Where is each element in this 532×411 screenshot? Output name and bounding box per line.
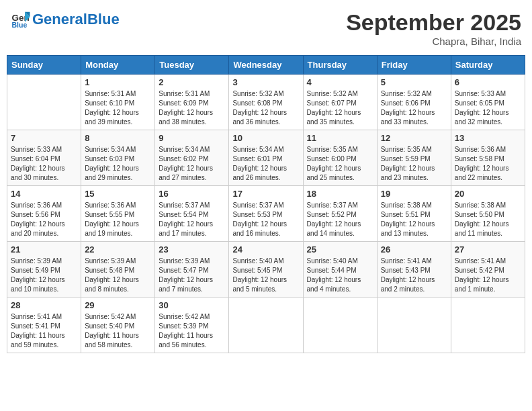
- day-number: 25: [307, 244, 373, 255]
- day-number: 27: [455, 244, 521, 255]
- calendar-cell: 8Sunrise: 5:34 AM Sunset: 6:03 PM Daylig…: [81, 130, 155, 186]
- calendar-cell: 27Sunrise: 5:41 AM Sunset: 5:42 PM Dayli…: [451, 242, 525, 298]
- cell-daylight-info: Sunrise: 5:37 AM Sunset: 5:53 PM Dayligh…: [232, 201, 299, 238]
- calendar-week-row: 14Sunrise: 5:36 AM Sunset: 5:56 PM Dayli…: [7, 186, 525, 242]
- calendar-cell: [7, 75, 81, 130]
- cell-daylight-info: Sunrise: 5:41 AM Sunset: 5:41 PM Dayligh…: [11, 312, 77, 350]
- cell-daylight-info: Sunrise: 5:39 AM Sunset: 5:47 PM Dayligh…: [159, 257, 225, 294]
- calendar-week-row: 1Sunrise: 5:31 AM Sunset: 6:10 PM Daylig…: [7, 75, 525, 130]
- calendar-cell: 12Sunrise: 5:35 AM Sunset: 5:59 PM Dayli…: [377, 130, 451, 186]
- day-number: 2: [159, 77, 225, 87]
- month-title: September 2025: [346, 9, 521, 36]
- cell-daylight-info: Sunrise: 5:35 AM Sunset: 5:59 PM Dayligh…: [381, 145, 447, 183]
- calendar-cell: [377, 298, 451, 353]
- svg-text:Blue: Blue: [12, 21, 28, 29]
- location-subtitle: Chapra, Bihar, India: [346, 36, 521, 47]
- calendar-cell: 22Sunrise: 5:39 AM Sunset: 5:48 PM Dayli…: [81, 242, 155, 298]
- day-number: 4: [307, 77, 373, 87]
- day-number: 5: [381, 77, 447, 87]
- cell-daylight-info: Sunrise: 5:36 AM Sunset: 5:58 PM Dayligh…: [455, 145, 521, 183]
- day-number: 6: [455, 77, 521, 87]
- day-number: 17: [232, 189, 299, 199]
- cell-daylight-info: Sunrise: 5:37 AM Sunset: 5:52 PM Dayligh…: [307, 201, 373, 238]
- calendar-cell: 4Sunrise: 5:32 AM Sunset: 6:07 PM Daylig…: [303, 75, 377, 130]
- calendar-cell: 17Sunrise: 5:37 AM Sunset: 5:53 PM Dayli…: [229, 186, 303, 242]
- cell-daylight-info: Sunrise: 5:31 AM Sunset: 6:10 PM Dayligh…: [85, 89, 151, 127]
- calendar-week-row: 21Sunrise: 5:39 AM Sunset: 5:49 PM Dayli…: [7, 242, 525, 298]
- cell-daylight-info: Sunrise: 5:34 AM Sunset: 6:01 PM Dayligh…: [232, 145, 299, 183]
- calendar-cell: 2Sunrise: 5:31 AM Sunset: 6:09 PM Daylig…: [155, 75, 229, 130]
- day-number: 19: [381, 189, 447, 199]
- day-number: 9: [159, 133, 225, 143]
- calendar-cell: 9Sunrise: 5:34 AM Sunset: 6:02 PM Daylig…: [155, 130, 229, 186]
- day-number: 8: [85, 133, 151, 143]
- cell-daylight-info: Sunrise: 5:31 AM Sunset: 6:09 PM Dayligh…: [159, 89, 225, 127]
- weekday-header: Sunday: [7, 56, 81, 75]
- day-number: 12: [381, 133, 447, 143]
- day-number: 7: [11, 133, 77, 143]
- calendar-cell: 1Sunrise: 5:31 AM Sunset: 6:10 PM Daylig…: [81, 75, 155, 130]
- day-number: 3: [232, 77, 299, 87]
- calendar-cell: 3Sunrise: 5:32 AM Sunset: 6:08 PM Daylig…: [229, 75, 303, 130]
- day-number: 15: [85, 189, 151, 199]
- cell-daylight-info: Sunrise: 5:41 AM Sunset: 5:42 PM Dayligh…: [455, 257, 521, 294]
- weekday-header: Thursday: [303, 56, 377, 75]
- logo-icon: Gen Blue: [11, 9, 31, 30]
- calendar-cell: 28Sunrise: 5:41 AM Sunset: 5:41 PM Dayli…: [7, 298, 81, 353]
- calendar-week-row: 7Sunrise: 5:33 AM Sunset: 6:04 PM Daylig…: [7, 130, 525, 186]
- cell-daylight-info: Sunrise: 5:38 AM Sunset: 5:51 PM Dayligh…: [381, 201, 447, 238]
- calendar-cell: 23Sunrise: 5:39 AM Sunset: 5:47 PM Dayli…: [155, 242, 229, 298]
- day-number: 29: [85, 300, 151, 310]
- logo: Gen Blue GeneralBlue: [11, 9, 120, 30]
- day-number: 20: [455, 189, 521, 199]
- calendar-cell: 14Sunrise: 5:36 AM Sunset: 5:56 PM Dayli…: [7, 186, 81, 242]
- calendar-cell: 16Sunrise: 5:37 AM Sunset: 5:54 PM Dayli…: [155, 186, 229, 242]
- calendar-table: SundayMondayTuesdayWednesdayThursdayFrid…: [7, 55, 525, 353]
- day-number: 13: [455, 133, 521, 143]
- cell-daylight-info: Sunrise: 5:33 AM Sunset: 6:04 PM Dayligh…: [11, 145, 77, 183]
- calendar-cell: 13Sunrise: 5:36 AM Sunset: 5:58 PM Dayli…: [451, 130, 525, 186]
- calendar-cell: 10Sunrise: 5:34 AM Sunset: 6:01 PM Dayli…: [229, 130, 303, 186]
- calendar-cell: 25Sunrise: 5:40 AM Sunset: 5:44 PM Dayli…: [303, 242, 377, 298]
- logo-general: General: [32, 11, 87, 28]
- day-number: 26: [381, 244, 447, 255]
- calendar-cell: [229, 298, 303, 353]
- day-number: 23: [159, 244, 225, 255]
- weekday-header: Friday: [377, 56, 451, 75]
- calendar-cell: 11Sunrise: 5:35 AM Sunset: 6:00 PM Dayli…: [303, 130, 377, 186]
- cell-daylight-info: Sunrise: 5:35 AM Sunset: 6:00 PM Dayligh…: [307, 145, 373, 183]
- day-number: 18: [307, 189, 373, 199]
- calendar-cell: 18Sunrise: 5:37 AM Sunset: 5:52 PM Dayli…: [303, 186, 377, 242]
- page-header: Gen Blue GeneralBlue September 2025 Chap…: [7, 7, 525, 50]
- weekday-header: Monday: [81, 56, 155, 75]
- cell-daylight-info: Sunrise: 5:32 AM Sunset: 6:07 PM Dayligh…: [307, 89, 373, 127]
- cell-daylight-info: Sunrise: 5:40 AM Sunset: 5:45 PM Dayligh…: [232, 257, 299, 294]
- weekday-header: Tuesday: [155, 56, 229, 75]
- weekday-header-row: SundayMondayTuesdayWednesdayThursdayFrid…: [7, 56, 525, 75]
- calendar-cell: [303, 298, 377, 353]
- logo-blue: Blue: [87, 11, 120, 28]
- cell-daylight-info: Sunrise: 5:37 AM Sunset: 5:54 PM Dayligh…: [159, 201, 225, 238]
- calendar-cell: 29Sunrise: 5:42 AM Sunset: 5:40 PM Dayli…: [81, 298, 155, 353]
- calendar-week-row: 28Sunrise: 5:41 AM Sunset: 5:41 PM Dayli…: [7, 298, 525, 353]
- cell-daylight-info: Sunrise: 5:38 AM Sunset: 5:50 PM Dayligh…: [455, 201, 521, 238]
- cell-daylight-info: Sunrise: 5:39 AM Sunset: 5:48 PM Dayligh…: [85, 257, 151, 294]
- day-number: 24: [232, 244, 299, 255]
- day-number: 28: [11, 300, 77, 310]
- calendar-cell: 15Sunrise: 5:36 AM Sunset: 5:55 PM Dayli…: [81, 186, 155, 242]
- cell-daylight-info: Sunrise: 5:39 AM Sunset: 5:49 PM Dayligh…: [11, 257, 77, 294]
- calendar-cell: [451, 298, 525, 353]
- day-number: 22: [85, 244, 151, 255]
- cell-daylight-info: Sunrise: 5:33 AM Sunset: 6:05 PM Dayligh…: [455, 89, 521, 127]
- day-number: 1: [85, 77, 151, 87]
- day-number: 21: [11, 244, 77, 255]
- calendar-cell: 7Sunrise: 5:33 AM Sunset: 6:04 PM Daylig…: [7, 130, 81, 186]
- calendar-cell: 21Sunrise: 5:39 AM Sunset: 5:49 PM Dayli…: [7, 242, 81, 298]
- day-number: 10: [232, 133, 299, 143]
- day-number: 30: [159, 300, 225, 310]
- day-number: 16: [159, 189, 225, 199]
- cell-daylight-info: Sunrise: 5:40 AM Sunset: 5:44 PM Dayligh…: [307, 257, 373, 294]
- calendar-cell: 30Sunrise: 5:42 AM Sunset: 5:39 PM Dayli…: [155, 298, 229, 353]
- title-block: September 2025 Chapra, Bihar, India: [346, 9, 521, 47]
- cell-daylight-info: Sunrise: 5:41 AM Sunset: 5:43 PM Dayligh…: [381, 257, 447, 294]
